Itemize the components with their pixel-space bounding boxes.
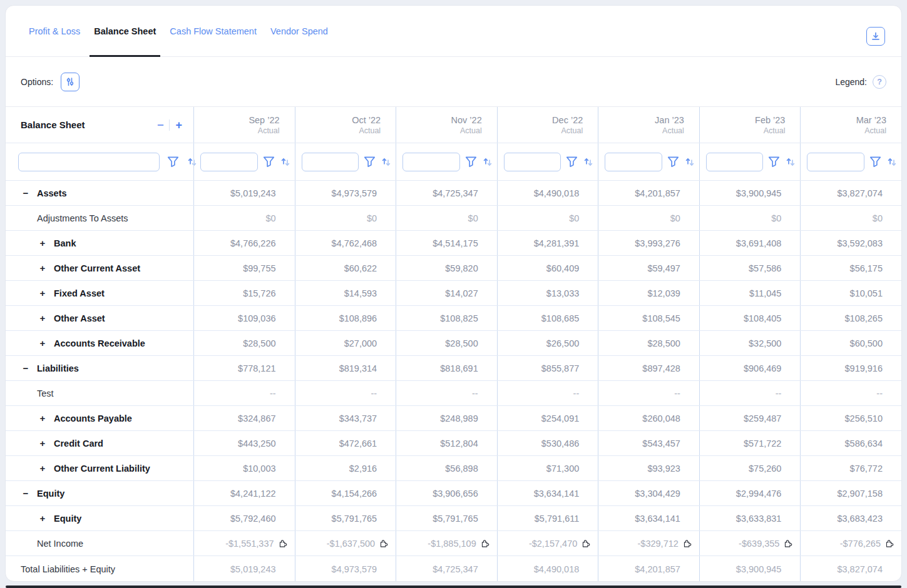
cell-value: $4,281,391 [534,238,580,248]
column-filter-input[interactable] [302,153,359,171]
row-label-cell: +Accounts Receivable [6,331,193,355]
cell-value: $4,973,579 [332,564,377,574]
cell-value: $108,265 [845,313,883,323]
puzzle-icon[interactable] [481,539,489,548]
cell-value: $4,514,175 [433,238,478,248]
expand-row-icon[interactable]: + [38,263,48,273]
sort-arrows-icon[interactable] [583,156,594,168]
options-button[interactable] [61,73,79,91]
cell-value: $818,691 [440,363,478,373]
cell-value: -- [472,388,478,398]
puzzle-icon[interactable] [784,539,792,548]
expand-row-icon[interactable]: + [38,514,48,523]
puzzle-icon[interactable] [279,539,287,548]
puzzle-icon[interactable] [683,539,692,548]
column-filter-input[interactable] [605,153,662,171]
column-filter-cell [598,143,699,180]
filter-funnel-icon[interactable] [566,156,578,168]
expand-row-icon[interactable]: + [38,288,48,298]
expand-row-icon[interactable]: + [38,413,48,423]
legend-wrap: Legend: ? [835,75,886,89]
filter-funnel-icon[interactable] [465,156,477,168]
tab-profit-and-loss[interactable]: Profit & Loss [24,6,85,56]
expand-row-icon[interactable]: + [38,438,48,448]
filter-funnel-icon[interactable] [768,156,780,168]
question-circle-icon[interactable]: ? [873,75,886,89]
column-filter-cell [396,143,497,180]
row-label-cell: +Bank [6,231,193,255]
value-cell: $5,791,765 [396,506,497,530]
column-month-label: Mar ’23 [856,115,886,125]
row-label: Other Asset [54,313,105,323]
cell-value: $5,792,460 [230,514,276,524]
value-cell: $59,820 [396,256,497,280]
collapse-row-icon[interactable]: − [21,363,31,373]
sort-arrows-icon[interactable] [482,156,493,168]
column-month-label: Feb ’23 [755,115,785,125]
column-filter-input[interactable] [402,153,460,171]
row-label-cell: +Other Asset [6,306,193,330]
expand-row-icon[interactable]: + [38,313,48,323]
table-row: +Equity$5,792,460$5,791,765$5,791,765$5,… [6,505,901,530]
filter-funnel-icon[interactable] [364,156,376,168]
expand-row-icon[interactable]: + [38,338,48,348]
cell-value: $3,304,429 [635,489,680,499]
sort-arrows-icon[interactable] [785,156,796,168]
collapse-row-icon[interactable]: − [21,489,31,498]
cell-value: $28,500 [647,338,680,348]
row-filter-input[interactable] [18,153,160,171]
row-label: Net Income [37,539,83,549]
value-cell: $13,033 [497,281,598,305]
options-row: Options: Legend: ? [6,57,901,107]
expand-all-button[interactable]: + [175,119,182,131]
value-cell: $897,428 [598,356,699,380]
value-cell: $4,725,347 [396,181,497,205]
filter-funnel-icon[interactable] [869,156,881,168]
sort-arrows-icon[interactable] [886,156,898,168]
cell-value: $76,772 [850,464,883,474]
row-label: Adjustments To Assets [37,213,128,223]
puzzle-icon[interactable] [379,539,388,548]
value-cell: $259,487 [699,406,801,430]
collapse-all-button[interactable]: − [157,119,164,131]
collapse-row-icon[interactable]: − [21,188,31,198]
row-label-cell: +Other Current Liability [6,456,193,480]
value-cell: $76,772 [800,456,901,480]
puzzle-icon[interactable] [582,539,590,548]
column-filter-input[interactable] [504,153,561,171]
row-label: Other Current Liability [54,464,150,474]
value-cell: $3,906,656 [396,481,497,505]
value-cell: $3,900,945 [699,181,801,205]
column-filter-input[interactable] [807,153,864,171]
tab-balance-sheet[interactable]: Balance Sheet [90,6,160,56]
sort-arrows-icon[interactable] [684,156,695,168]
row-label: Test [37,388,54,398]
value-cell: $2,916 [295,456,396,480]
column-filter-input[interactable] [706,153,764,171]
tab-cash-flow-statement[interactable]: Cash Flow Statement [165,6,261,56]
value-cell: $530,486 [497,431,598,455]
row-label-cell: −Liabilities [6,356,193,380]
value-cell: -- [598,381,699,405]
cell-value: $254,091 [541,413,579,423]
value-cell: $818,691 [396,356,497,380]
value-cell: $4,490,018 [497,181,598,205]
filter-funnel-icon[interactable] [667,156,679,168]
report-card: Profit & Loss Balance Sheet Cash Flow St… [5,5,902,582]
filter-funnel-icon[interactable] [167,156,179,168]
value-cell: $3,634,141 [497,481,598,505]
tab-vendor-spend[interactable]: Vendor Spend [266,6,332,56]
column-filter-cell [800,143,901,180]
column-filter-input[interactable] [200,153,258,171]
expand-row-icon[interactable]: + [38,464,48,473]
value-cell: $248,989 [396,406,497,430]
download-button[interactable] [866,27,885,46]
cell-value: -$776,265 [840,539,881,549]
sort-arrows-icon[interactable] [280,156,291,168]
cell-value: $259,487 [744,413,781,423]
puzzle-icon[interactable] [885,539,894,548]
filter-funnel-icon[interactable] [263,156,275,168]
cell-value: $27,000 [344,338,377,348]
sort-arrows-icon[interactable] [381,156,392,168]
expand-row-icon[interactable]: + [38,238,48,248]
